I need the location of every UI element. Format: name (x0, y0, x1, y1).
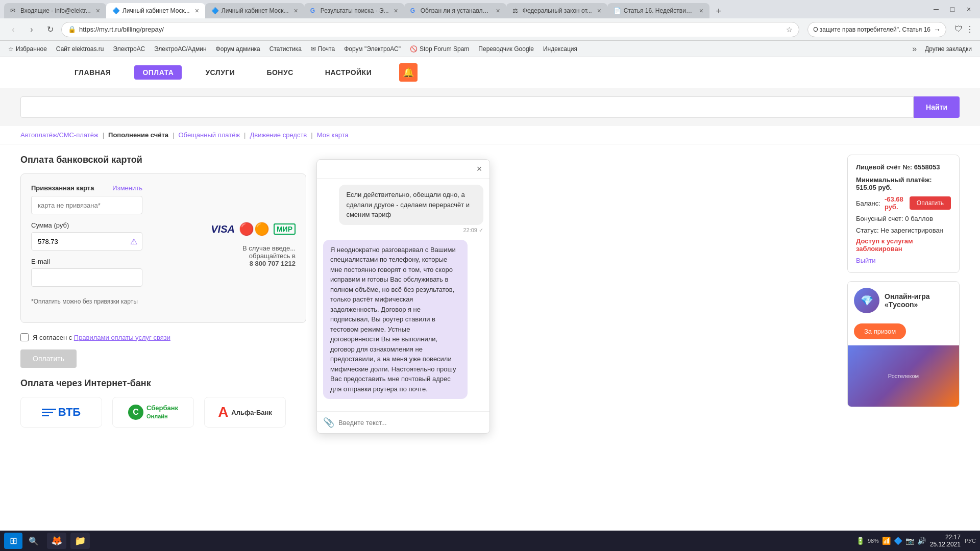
tab-favicon-6: ⚖ (512, 7, 520, 14)
message-1: Если действительно, обещали одно, а сдел… (323, 185, 483, 234)
tab-close-1[interactable]: × (96, 7, 100, 15)
battery-percent: 98% (868, 538, 879, 544)
tab-close-7[interactable]: × (699, 7, 703, 15)
tab-7[interactable]: 📄 Статья 16. Недействите... × (607, 3, 709, 18)
nav-item-bonus[interactable]: БОНУС (258, 65, 301, 80)
ad-button[interactable]: За призом (854, 323, 906, 339)
breadcrumb-nav: Автоплатёж/СМС-платёж | Пополнение счёта… (0, 126, 980, 144)
phone-number: 8 800 707 1212 (250, 260, 296, 267)
vtb-bank-logo[interactable]: ВТБ (20, 397, 102, 428)
start-button[interactable]: ⊞ (4, 533, 22, 549)
pay-now-button[interactable]: Оплатить (910, 196, 951, 210)
bookmark-stop-forum-spam[interactable]: 🚫 Stop Forum Spam (406, 44, 473, 54)
forward-button[interactable]: › (24, 22, 39, 37)
taskbar: ⊞ 🔍 🦊 📁 🔋 98% 📶 🔷 📷 🔊 22:17 25.12.2021 (0, 531, 980, 551)
bookmark-translator[interactable]: Переводчик Google (474, 44, 538, 54)
bookmark-more-button[interactable]: » (909, 43, 920, 55)
phone-prefix: В случае введе... обращайтесь в (242, 244, 296, 260)
bookmark-mail[interactable]: ✉ Почта (307, 44, 339, 54)
bookmark-favorite[interactable]: ☆ Избранное (4, 44, 51, 54)
tab-1[interactable]: ✉ Входящие - info@elektr... × (4, 3, 106, 18)
card-right: VISA 🔴🟠 МИР В случае введе... обращайтес… (211, 222, 296, 267)
window-controls: ─ □ × (929, 2, 976, 18)
rules-link[interactable]: Правилами оплаты услуг связи (74, 334, 170, 341)
bookmark-indexing[interactable]: Индексация (539, 44, 581, 54)
breadcrumb-promised[interactable]: Обещанный платёж (178, 131, 240, 139)
star-icon[interactable]: ☆ (786, 26, 793, 34)
address-input[interactable]: 🔒 https://my.rt.ru/billing/prepay/ ☆ (61, 22, 799, 37)
sber-bank-logo[interactable]: С СбербанкОнлайн (112, 397, 194, 428)
windows-icon: ⊞ (10, 535, 17, 546)
tab-6[interactable]: ⚖ Федеральный закон от... × (506, 3, 607, 18)
breadcrumb-mycard[interactable]: Моя карта (317, 131, 349, 139)
minimize-button[interactable]: ─ (929, 2, 943, 16)
bookmark-forum-elektroas[interactable]: Форум "ЭлектроАС" (340, 44, 405, 54)
clock: 22:17 25.12.2021 (930, 534, 961, 548)
taskbar-app-file-manager[interactable]: 📁 (70, 533, 90, 549)
nav-item-payment[interactable]: ОПЛАТА (134, 65, 182, 80)
new-tab-button[interactable]: + (712, 4, 726, 18)
tab-3[interactable]: 🔷 Личный кабинет Моск... × (205, 3, 304, 18)
alfa-bank-logo[interactable]: А Альфа-Банк (204, 397, 286, 428)
nav-item-main[interactable]: ГЛАВНАЯ (66, 65, 119, 80)
notification-icon[interactable]: 🔔 (399, 63, 418, 82)
tab-title-3: Личный кабинет Моск... (222, 7, 289, 14)
logout-link[interactable]: Выйти (856, 257, 876, 264)
ad-image-label: Ростелеком (888, 373, 919, 379)
bookmark-stats[interactable]: Статистика (265, 44, 306, 54)
account-number: 6558053 (914, 163, 940, 171)
status-value: Не зарегистрирован (880, 227, 943, 234)
tab-close-3[interactable]: × (294, 7, 298, 15)
bookmark-label: ЭлектроАС/Админ (154, 45, 206, 53)
tab-2[interactable]: 🔷 Личный кабинет Моск... × (106, 3, 205, 18)
search-taskbar-button[interactable]: 🔍 (24, 533, 43, 549)
bookmark-elektroas-site[interactable]: Сайт elektroas.ru (52, 44, 108, 54)
bookmark-label: Сайт elektroas.ru (56, 45, 104, 53)
agree-checkbox[interactable] (20, 333, 29, 341)
breadcrumb-topup[interactable]: Пополнение счёта (108, 131, 168, 139)
page-content: ГЛАВНАЯ ОПЛАТА УСЛУГИ БОНУС НАСТРОЙКИ 🔔 … (0, 57, 980, 551)
card-number-input[interactable] (31, 196, 142, 214)
folder-icon: 📁 (75, 535, 86, 546)
bookmark-elektroas[interactable]: ЭлектроАС (109, 44, 150, 54)
search-input[interactable] (20, 96, 914, 118)
tab-5[interactable]: G Обязан ли я устанавли... × (404, 3, 506, 18)
breadcrumb-movements[interactable]: Движение средств (250, 131, 307, 139)
tab-favicon-7: 📄 (614, 7, 621, 14)
chat-input[interactable] (338, 419, 483, 427)
bookmark-forum-admin[interactable]: Форум админка (212, 44, 264, 54)
other-bookmarks[interactable]: Другие закладки (921, 44, 976, 54)
tab-close-5[interactable]: × (496, 7, 500, 15)
attach-icon[interactable]: 📎 (323, 417, 334, 428)
menu-icon[interactable]: ⋮ (966, 24, 974, 34)
email-input[interactable] (31, 268, 142, 287)
tab-close-2[interactable]: × (195, 7, 199, 15)
sidebar-search[interactable]: О защите прав потребителей". Статья 16 → (807, 22, 946, 37)
tab-close-4[interactable]: × (394, 7, 398, 15)
ad-icon: 💎 (854, 288, 879, 313)
linked-card-label: Привязанная карта (31, 184, 94, 192)
balance-label: Баланс: (856, 199, 880, 207)
maximize-button[interactable]: □ (945, 2, 960, 16)
search-button[interactable]: Найти (914, 96, 960, 118)
taskbar-app-firefox[interactable]: 🦊 (47, 533, 66, 549)
tab-4[interactable]: G Результаты поиска - Э... × (304, 3, 404, 18)
change-card-link[interactable]: Изменить (112, 184, 142, 192)
tab-close-6[interactable]: × (597, 7, 601, 15)
back-button[interactable]: ‹ (6, 22, 20, 37)
bookmark-label: ЭлектроАС (113, 45, 145, 53)
reload-button[interactable]: ↻ (43, 22, 57, 37)
pay-button[interactable]: Оплатить (20, 349, 77, 368)
close-window-button[interactable]: × (962, 2, 976, 16)
email-label: E-mail (31, 258, 142, 265)
bookmark-elektroas-admin[interactable]: ЭлектроАС/Админ (150, 44, 210, 54)
breadcrumb-autoplay[interactable]: Автоплатёж/СМС-платёж (20, 131, 99, 139)
nav-item-services[interactable]: УСЛУГИ (197, 65, 243, 80)
chat-close-button[interactable]: × (473, 163, 485, 175)
ad-image: Ростелеком (848, 345, 959, 407)
amount-input[interactable] (31, 232, 142, 251)
message-time-1: 22:09 ✓ (323, 227, 483, 234)
nav-item-settings[interactable]: НАСТРОЙКИ (317, 65, 380, 80)
shield-ext-icon[interactable]: 🛡 (954, 24, 963, 34)
search-text: О защите прав потребителей". Статья 16 (813, 26, 930, 33)
